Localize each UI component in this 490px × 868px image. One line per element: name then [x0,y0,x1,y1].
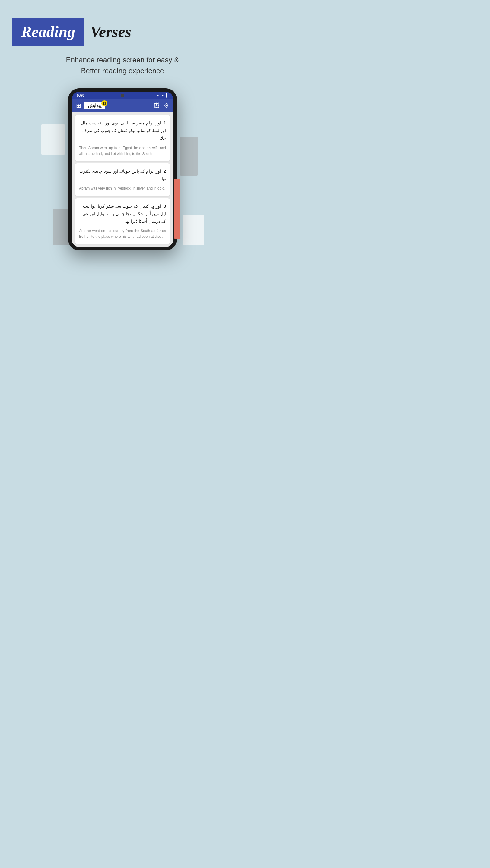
reading-text: Reading [21,23,75,40]
phone-camera [121,94,124,97]
book-badge: پیدایش 13 [84,103,105,108]
verse-3-urdu: 3. اور وہ کنعان کے جنوب سے سفر کرتا ہوا … [79,203,166,225]
deco-card-right-top [180,136,198,176]
subtitle-text: Enhance reading screen for easy &Better … [48,52,197,88]
phone-wrapper: 9:59 ▲ ▲ ▌ ⊞ پیدایش 13 🖼 [50,88,195,250]
title-verses-block: Verses [84,18,137,45]
deco-card-left-top [41,124,65,155]
phone-screen: ⊞ پیدایش 13 🖼 ⚙ 1. اور ابرام مصر سے اپنی… [72,99,173,247]
app-bar-right: 🖼 ⚙ [153,102,169,109]
verses-list: 1. اور ابرام مصر سے اپنی بیوی اور اپنے س… [72,112,173,247]
verse-2-english: Abram was very rich in livestock, in sil… [79,186,166,191]
phone-status-bar: 9:59 ▲ ▲ ▌ [72,92,173,99]
verse-card-1: 1. اور ابرام مصر سے اپنی بیوی اور اپنے س… [75,115,170,161]
signal-icon: ▲ [161,93,165,98]
phone-device: 9:59 ▲ ▲ ▌ ⊞ پیدایش 13 🖼 [68,88,177,250]
phone-status-icons: ▲ ▲ ▌ [156,93,168,98]
verse-1-urdu: 1. اور ابرام مصر سے اپنی بیوی اور اپنے س… [79,119,166,142]
verse-1-english: Then Abram went up from Egypt, he and hi… [79,145,166,157]
verse-3-english: And he went on his journey from the Sout… [79,228,166,240]
verse-2-urdu: 2. اور ابرام کے پاس چوپائے اور سونا چاند… [79,167,166,183]
app-bar-left: ⊞ پیدایش 13 [76,102,105,109]
verse-card-3: 3. اور وہ کنعان کے جنوب سے سفر کرتا ہوا … [75,198,170,244]
battery-icon: ▌ [166,93,168,98]
badge-count: 13 [102,100,108,106]
app-bar: ⊞ پیدایش 13 🖼 ⚙ [72,99,173,112]
verses-text: Verses [90,23,131,40]
deco-scroll-bar [174,179,180,239]
grid-icon[interactable]: ⊞ [76,102,81,109]
title-reading-block: Reading [12,18,84,45]
verse-card-2: 2. اور ابرام کے پاس چوپائے اور سونا چاند… [75,163,170,196]
deco-card-right-mid [183,215,204,245]
settings-icon[interactable]: ⚙ [164,102,169,109]
phone-time: 9:59 [77,93,85,98]
wifi-icon: ▲ [156,93,160,98]
gallery-icon[interactable]: 🖼 [153,102,159,109]
header-area: Reading Verses [0,0,245,52]
